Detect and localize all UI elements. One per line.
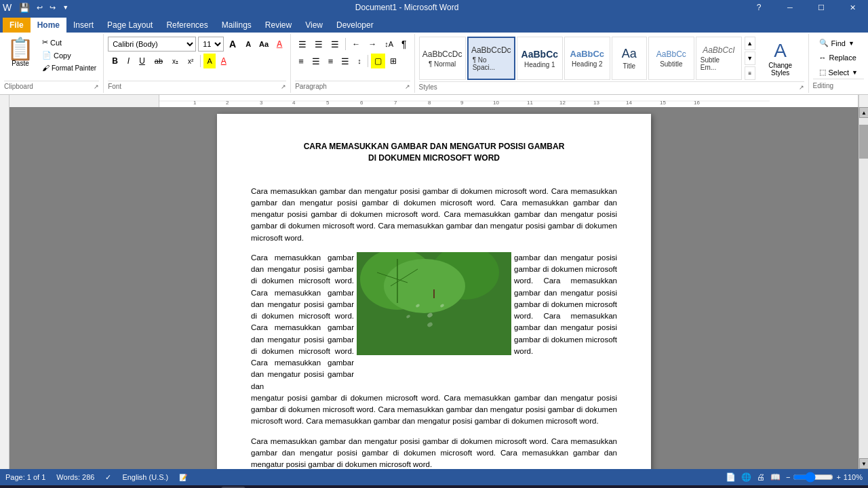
word-logo-icon: W: [3, 2, 12, 13]
select-button[interactable]: ⬚ Select ▼: [813, 66, 865, 79]
scroll-thumb[interactable]: [859, 125, 868, 159]
style-title[interactable]: Aa Title: [612, 37, 647, 80]
align-right-btn[interactable]: ≡: [325, 54, 337, 68]
find-button[interactable]: 🔍 Find ▼: [813, 37, 865, 49]
style-normal-preview: AaBbCcDc: [422, 49, 462, 59]
customize-qa-btn[interactable]: ▼: [60, 3, 71, 12]
style-title-label: Title: [623, 62, 636, 70]
line-spacing-btn[interactable]: ↕: [354, 54, 365, 68]
paragraph-expand-icon[interactable]: ↗: [405, 83, 410, 90]
style-heading1-preview: AaBbCc: [521, 49, 558, 60]
window-controls: ? ─ ☐ ✕: [743, 0, 868, 15]
cut-button[interactable]: ✂ Cut: [39, 37, 99, 48]
font-shrink-btn[interactable]: A: [241, 37, 255, 51]
style-heading1-label: Heading 1: [524, 61, 555, 68]
redo-qa-btn[interactable]: ↪: [47, 3, 58, 13]
borders-btn[interactable]: ⊞: [387, 54, 400, 68]
style-heading2[interactable]: AaBbCc Heading 2: [564, 37, 610, 80]
text-highlight-btn[interactable]: A: [203, 54, 215, 68]
subscript-btn[interactable]: x₂: [168, 54, 182, 68]
replace-button[interactable]: ↔ Replace: [813, 52, 865, 64]
clipboard-group: 📋 Paste ✂ Cut 📄 Copy 🖌 Format Painter: [0, 34, 104, 93]
copy-button[interactable]: 📄 Copy: [39, 49, 99, 61]
tab-page-layout[interactable]: Page Layout: [100, 18, 159, 33]
bold-btn[interactable]: B: [108, 54, 122, 68]
justify-btn[interactable]: ☰: [338, 54, 353, 68]
format-painter-button[interactable]: 🖌 Format Painter: [39, 62, 99, 73]
style-normal[interactable]: AaBbCcDc ¶ Normal: [419, 37, 466, 80]
clear-format-btn[interactable]: A: [273, 37, 286, 51]
font-group: Calibri (Body) 11 A A Aa A B I U ab x₂ x…: [104, 34, 291, 93]
editing-group: 🔍 Find ▼ ↔ Replace ⬚ Select ▼ Editing: [809, 34, 869, 93]
styles-group: AaBbCcDc ¶ Normal AaBbCcDc ¶ No Spaci...…: [415, 34, 809, 93]
tab-review[interactable]: Review: [258, 18, 298, 33]
align-left-btn[interactable]: ≡: [295, 54, 307, 68]
zoom-bar[interactable]: − + 110%: [786, 473, 863, 481]
style-subtitle-preview: AaBbCc: [656, 49, 686, 59]
spell-check-icon[interactable]: ✓: [105, 473, 111, 482]
save-qa-btn[interactable]: 💾: [17, 2, 32, 14]
tab-developer[interactable]: Developer: [330, 18, 380, 33]
view-web-btn[interactable]: 🌐: [741, 472, 751, 482]
clipboard-expand-icon[interactable]: ↗: [94, 83, 99, 90]
tab-references[interactable]: References: [159, 18, 214, 33]
close-btn[interactable]: ✕: [837, 0, 868, 15]
styles-more-btn[interactable]: ≡: [745, 66, 755, 80]
strikethrough-btn[interactable]: ab: [151, 54, 167, 68]
decrease-indent-btn[interactable]: ←: [349, 37, 363, 52]
show-marks-btn[interactable]: ¶: [398, 37, 410, 52]
change-styles-button[interactable]: A Change Styles: [757, 37, 804, 80]
multilevel-btn[interactable]: ☰: [328, 37, 342, 52]
bullets-btn[interactable]: ☰: [295, 37, 310, 52]
shading-btn[interactable]: ▢: [371, 54, 385, 68]
align-center-btn[interactable]: ☰: [309, 54, 323, 68]
numbering-btn[interactable]: ☰: [311, 37, 326, 52]
tab-home[interactable]: Home: [31, 18, 66, 33]
sort-btn[interactable]: ↕A: [381, 37, 397, 52]
undo-qa-btn[interactable]: ↩: [35, 3, 45, 13]
vertical-scrollbar[interactable]: ▲ ▼: [859, 107, 868, 469]
help-icon[interactable]: ?: [743, 0, 774, 15]
styles-scroll-up-btn[interactable]: ▲: [745, 37, 755, 50]
editing-group-label: Editing: [813, 82, 834, 89]
document-canvas[interactable]: CARA MEMASUKKAN GAMBAR DAN MENGATUR POSI…: [9, 107, 859, 469]
underline-btn[interactable]: U: [135, 54, 149, 68]
styles-scroll-down-btn[interactable]: ▼: [745, 52, 755, 65]
scroll-down-btn[interactable]: ▼: [859, 458, 868, 469]
font-expand-icon[interactable]: ↗: [281, 83, 286, 90]
image-container[interactable]: [357, 252, 511, 355]
tab-insert[interactable]: Insert: [66, 18, 100, 33]
restore-btn[interactable]: ☐: [806, 0, 837, 15]
style-subtitle[interactable]: AaBbCc Subtitle: [648, 37, 694, 80]
font-grow-btn[interactable]: A: [226, 37, 239, 51]
style-no-spacing[interactable]: AaBbCcDc ¶ No Spaci...: [467, 37, 515, 80]
change-case-btn[interactable]: Aa: [257, 37, 271, 51]
superscript-btn[interactable]: x²: [184, 54, 197, 68]
tab-view[interactable]: View: [298, 18, 330, 33]
font-color-btn[interactable]: A: [217, 54, 231, 68]
view-print-btn[interactable]: 🖨: [757, 472, 765, 482]
paste-button[interactable]: 📋 Paste: [4, 37, 37, 79]
style-subtitle-label: Subtitle: [660, 60, 682, 68]
styles-expand-icon[interactable]: ↗: [799, 84, 804, 91]
svg-text:12: 12: [559, 100, 566, 106]
font-family-select[interactable]: Calibri (Body): [108, 37, 196, 52]
tab-file[interactable]: File: [3, 18, 31, 33]
style-subtle-emphasis[interactable]: AaBbCcI Subtle Em...: [696, 37, 742, 80]
paragraph-1[interactable]: Cara memasukkan gambar dan mengatur posi…: [251, 186, 617, 244]
style-heading1[interactable]: AaBbCc Heading 1: [517, 37, 563, 80]
font-size-select[interactable]: 11: [198, 37, 224, 52]
tab-mailings[interactable]: Mailings: [215, 18, 258, 33]
paragraph-3[interactable]: Cara memasukkan gambar dan mengatur posi…: [251, 436, 617, 469]
zoom-out-btn[interactable]: −: [786, 473, 790, 481]
minimize-btn[interactable]: ─: [774, 0, 806, 15]
increase-indent-btn[interactable]: →: [365, 37, 380, 52]
paragraph-with-image[interactable]: Cara memasukkan gambar dan mengatur posi…: [251, 252, 617, 428]
zoom-in-btn[interactable]: +: [836, 473, 840, 481]
scroll-up-btn[interactable]: ▲: [859, 107, 868, 118]
view-normal-btn[interactable]: 📄: [726, 472, 736, 482]
view-reading-btn[interactable]: 📖: [770, 472, 781, 482]
language-indicator[interactable]: English (U.S.): [122, 473, 168, 481]
italic-btn[interactable]: I: [123, 54, 134, 68]
zoom-slider[interactable]: [793, 473, 833, 481]
